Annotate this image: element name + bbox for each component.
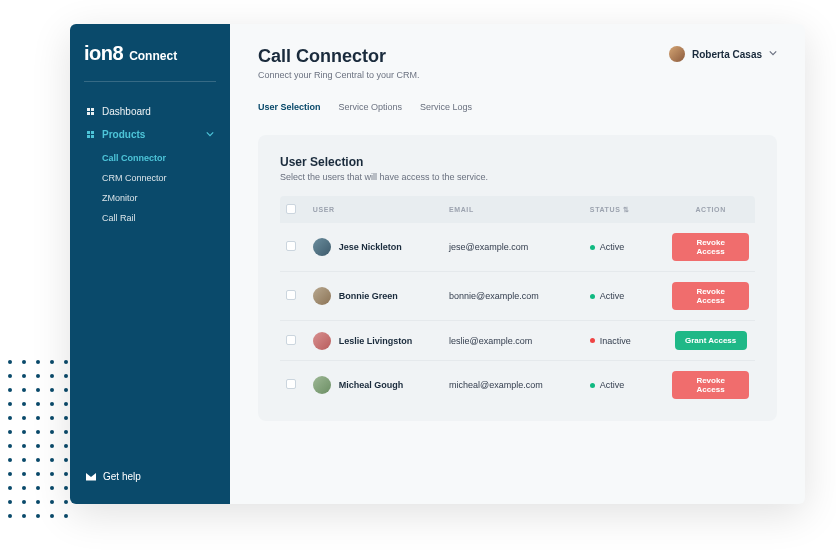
status-cell: Active bbox=[590, 380, 660, 390]
email-cell: leslie@example.com bbox=[443, 321, 584, 361]
tab-service-logs[interactable]: Service Logs bbox=[420, 98, 472, 116]
status-text: Active bbox=[600, 242, 625, 252]
main-content: Call Connector Connect your Ring Central… bbox=[230, 24, 805, 504]
table-row: Micheal Gough micheal@example.com Active… bbox=[280, 361, 755, 410]
chevron-down-icon bbox=[206, 129, 214, 140]
divider bbox=[84, 81, 216, 82]
users-table: USER EMAIL STATUS⇅ ACTION Jese Nickleton… bbox=[280, 196, 755, 409]
revoke-access-button[interactable]: Revoke Access bbox=[672, 371, 749, 399]
tab-service-options[interactable]: Service Options bbox=[339, 98, 403, 116]
tabs: User Selection Service Options Service L… bbox=[258, 98, 777, 117]
user-cell: Bonnie Green bbox=[313, 287, 437, 305]
th-user: USER bbox=[307, 196, 443, 223]
th-checkbox bbox=[280, 196, 307, 223]
sidebar-item-dashboard[interactable]: Dashboard bbox=[84, 100, 216, 123]
logo-main: ion8 bbox=[84, 42, 123, 65]
subnav-zmonitor[interactable]: ZMonitor bbox=[100, 188, 216, 208]
user-name: Bonnie Green bbox=[339, 291, 398, 301]
status-cell: Active bbox=[590, 242, 660, 252]
status-dot-icon bbox=[590, 383, 595, 388]
row-checkbox[interactable] bbox=[286, 335, 296, 345]
subnav-call-rail[interactable]: Call Rail bbox=[100, 208, 216, 228]
sidebar: ion8 Connect Dashboard Products Call Con… bbox=[70, 24, 230, 504]
status-text: Active bbox=[600, 380, 625, 390]
table-row: Bonnie Green bonnie@example.com Active R… bbox=[280, 272, 755, 321]
page-title: Call Connector bbox=[258, 46, 420, 67]
page-subtitle: Connect your Ring Central to your CRM. bbox=[258, 70, 420, 80]
title-block: Call Connector Connect your Ring Central… bbox=[258, 46, 420, 80]
subnav: Call Connector CRM Connector ZMonitor Ca… bbox=[100, 148, 216, 228]
status-dot-icon bbox=[590, 338, 595, 343]
th-action: ACTION bbox=[666, 196, 755, 223]
card-title: User Selection bbox=[280, 155, 755, 169]
status-dot-icon bbox=[590, 245, 595, 250]
avatar bbox=[313, 332, 331, 350]
grant-access-button[interactable]: Grant Access bbox=[675, 331, 747, 350]
sort-icon: ⇅ bbox=[623, 206, 630, 214]
user-menu[interactable]: Roberta Casas bbox=[669, 46, 777, 62]
card-subtitle: Select the users that will have access t… bbox=[280, 172, 755, 182]
user-name: Roberta Casas bbox=[692, 49, 762, 60]
email-cell: micheal@example.com bbox=[443, 361, 584, 410]
avatar bbox=[313, 287, 331, 305]
email-cell: bonnie@example.com bbox=[443, 272, 584, 321]
status-text: Inactive bbox=[600, 336, 631, 346]
avatar bbox=[313, 238, 331, 256]
user-name: Leslie Livingston bbox=[339, 336, 413, 346]
revoke-access-button[interactable]: Revoke Access bbox=[672, 282, 749, 310]
nav-label: Products bbox=[102, 129, 145, 140]
avatar bbox=[669, 46, 685, 62]
chevron-down-icon bbox=[769, 49, 777, 59]
revoke-access-button[interactable]: Revoke Access bbox=[672, 233, 749, 261]
status-cell: Active bbox=[590, 291, 660, 301]
row-checkbox[interactable] bbox=[286, 290, 296, 300]
table-row: Jese Nickleton jese@example.com Active R… bbox=[280, 223, 755, 272]
table-row: Leslie Livingston leslie@example.com Ina… bbox=[280, 321, 755, 361]
user-cell: Micheal Gough bbox=[313, 376, 437, 394]
row-checkbox[interactable] bbox=[286, 379, 296, 389]
app-window: ion8 Connect Dashboard Products Call Con… bbox=[70, 24, 805, 504]
status-cell: Inactive bbox=[590, 336, 660, 346]
nav-list: Dashboard Products Call Connector CRM Co… bbox=[84, 100, 216, 467]
user-cell: Leslie Livingston bbox=[313, 332, 437, 350]
user-selection-card: User Selection Select the users that wil… bbox=[258, 135, 777, 421]
email-cell: jese@example.com bbox=[443, 223, 584, 272]
get-help-link[interactable]: Get help bbox=[84, 467, 216, 486]
user-name: Jese Nickleton bbox=[339, 242, 402, 252]
grid-icon bbox=[86, 131, 94, 139]
tab-user-selection[interactable]: User Selection bbox=[258, 98, 321, 116]
user-cell: Jese Nickleton bbox=[313, 238, 437, 256]
logo-sub: Connect bbox=[129, 49, 177, 63]
select-all-checkbox[interactable] bbox=[286, 204, 296, 214]
header: Call Connector Connect your Ring Central… bbox=[258, 46, 777, 80]
subnav-crm-connector[interactable]: CRM Connector bbox=[100, 168, 216, 188]
status-text: Active bbox=[600, 291, 625, 301]
sidebar-item-products[interactable]: Products bbox=[84, 123, 216, 146]
th-email: EMAIL bbox=[443, 196, 584, 223]
subnav-call-connector[interactable]: Call Connector bbox=[100, 148, 216, 168]
user-name: Micheal Gough bbox=[339, 380, 404, 390]
help-label: Get help bbox=[103, 471, 141, 482]
grid-icon bbox=[86, 108, 94, 116]
th-status[interactable]: STATUS⇅ bbox=[584, 196, 666, 223]
status-dot-icon bbox=[590, 294, 595, 299]
row-checkbox[interactable] bbox=[286, 241, 296, 251]
mail-icon bbox=[86, 473, 96, 481]
nav-label: Dashboard bbox=[102, 106, 151, 117]
avatar bbox=[313, 376, 331, 394]
logo: ion8 Connect bbox=[84, 42, 216, 65]
